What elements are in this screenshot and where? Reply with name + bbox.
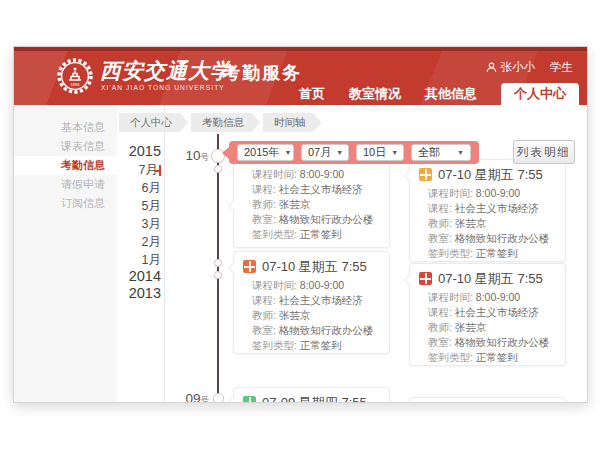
field-label: 签到类型: [252, 339, 300, 351]
sidebar-item-subscription-info[interactable]: 订阅信息: [14, 194, 117, 213]
column-divider: [164, 105, 165, 403]
year-filter-value: 2015年: [244, 145, 279, 160]
sidebar-item-attendance-info[interactable]: 考勤信息: [14, 156, 117, 175]
period-july[interactable]: 7月: [139, 162, 161, 179]
page-canvas: 1896 西安交通大学 XI'AN JIAO TONG UNIVERSITY 考…: [0, 0, 600, 450]
timeline-node-small: [214, 271, 222, 279]
month-filter-dropdown[interactable]: 07月 ▼: [301, 144, 349, 161]
field-value: 格物致知行政办公楼: [455, 232, 550, 244]
card-tail: [228, 262, 239, 273]
user-role: 学生: [550, 60, 573, 75]
field-label: 课程: [252, 294, 279, 306]
attendance-card[interactable]: 07-09 星期四 7:55: [233, 387, 390, 403]
attendance-card[interactable]: 课程时间8:00-9:00 课程社会主义市场经济 教师张芸京 教室格物致知行政办…: [233, 159, 390, 248]
period-june[interactable]: 6月: [142, 180, 161, 197]
period-2015[interactable]: 2015: [129, 143, 161, 159]
field-value: 8:00-9:00: [300, 168, 344, 180]
field-value: 正常签到: [300, 339, 342, 351]
field-value: 社会主义市场经济: [455, 306, 539, 318]
card-tail: [404, 170, 415, 181]
nav-tab-personal-center[interactable]: 个人中心: [501, 83, 579, 105]
field-label: 教师: [428, 217, 455, 229]
list-detail-button[interactable]: 列表明细: [513, 140, 575, 164]
period-2013[interactable]: 2013: [129, 285, 161, 301]
chevron-down-icon: ▼: [457, 149, 464, 156]
period-march[interactable]: 3月: [142, 216, 161, 233]
nav-tab-home[interactable]: 首页: [299, 83, 325, 105]
attendance-card[interactable]: [409, 397, 566, 403]
service-title: 考勤服务: [222, 61, 302, 85]
university-emblem-icon: 1896: [56, 57, 94, 95]
period-january[interactable]: 1月: [142, 252, 161, 269]
breadcrumb-attendance-info[interactable]: 考勤信息: [191, 113, 260, 132]
field-value: 张芸京: [455, 217, 487, 229]
timeline-axis: [217, 134, 219, 403]
field-label: 教师: [252, 309, 279, 321]
field-value: 8:00-9:00: [476, 291, 520, 303]
field-label: 签到类型: [252, 228, 300, 240]
field-value: 社会主义市场经济: [455, 202, 539, 214]
field-value: 正常签到: [476, 247, 518, 259]
attendance-type-icon: [243, 396, 256, 403]
breadcrumb-timeline[interactable]: 时间轴: [263, 113, 322, 132]
sidebar: 基本信息 课表信息 考勤信息 请假申请 订阅信息: [14, 105, 117, 403]
field-label: 课程时间: [428, 291, 476, 303]
day-marker-09: 09号: [169, 391, 209, 403]
sidebar-item-timetable-info[interactable]: 课表信息: [14, 137, 117, 156]
sidebar-item-basic-info[interactable]: 基本信息: [14, 118, 117, 137]
day-filter-value: 10日: [363, 145, 386, 160]
attendance-card[interactable]: 07-10 星期五 7:55 课程时间8:00-9:00 课程社会主义市场经济 …: [409, 159, 566, 262]
field-value: 社会主义市场经济: [279, 183, 363, 195]
period-february[interactable]: 2月: [142, 234, 161, 251]
timeline-period-list: 2015 7月 6月 5月 3月 2月 1月 2014 2013: [119, 47, 161, 403]
user-name: 张小小: [501, 60, 536, 75]
field-value: 格物致知行政办公楼: [279, 213, 374, 225]
field-value: 格物致知行政办公楼: [279, 324, 374, 336]
filter-bar: 2015年 ▼ 07月 ▼ 10日 ▼ 全部 ▼: [229, 141, 479, 164]
attendance-type-icon: [419, 272, 432, 285]
period-2014[interactable]: 2014: [129, 268, 161, 284]
day-marker-10: 10号: [169, 148, 209, 164]
field-value: 格物致知行政办公楼: [455, 336, 550, 348]
chevron-down-icon: ▼: [284, 149, 291, 156]
card-tail: [404, 274, 415, 285]
field-label: 课程时间: [252, 168, 300, 180]
nav-tab-classrooms[interactable]: 教室情况: [349, 83, 401, 105]
period-may[interactable]: 5月: [142, 198, 161, 215]
type-filter-dropdown[interactable]: 全部 ▼: [411, 144, 471, 161]
person-icon: [486, 62, 497, 73]
year-filter-dropdown[interactable]: 2015年 ▼: [237, 144, 294, 161]
card-tail: [228, 396, 239, 403]
field-value: 社会主义市场经济: [279, 294, 363, 306]
svg-text:1896: 1896: [71, 82, 81, 87]
attendance-card[interactable]: 07-10 星期五 7:55 课程时间8:00-9:00 课程社会主义市场经济 …: [233, 251, 390, 354]
month-filter-value: 07月: [308, 145, 331, 160]
field-label: 课程: [252, 183, 279, 195]
timeline-node-small: [214, 165, 222, 173]
timeline-node-medium: [213, 393, 224, 403]
field-label: 课程时间: [428, 187, 476, 199]
field-value: 张芸京: [455, 321, 487, 333]
card-date-header: 07-10 星期五 7:55: [438, 270, 543, 288]
sidebar-item-leave-request[interactable]: 请假申请: [14, 175, 117, 194]
card-date-header: 07-10 星期五 7:55: [262, 258, 367, 276]
user-info[interactable]: 张小小 学生: [486, 60, 574, 75]
card-date-header: 07-10 星期五 7:55: [438, 166, 543, 184]
field-label: 签到类型: [428, 351, 476, 363]
field-value: 张芸京: [279, 309, 311, 321]
field-label: 教师: [252, 198, 279, 210]
card-date-header: 07-09 星期四 7:55: [262, 394, 367, 404]
card-tail: [228, 200, 239, 211]
day-filter-dropdown[interactable]: 10日 ▼: [356, 144, 404, 161]
field-label: 课程: [428, 306, 455, 318]
field-value: 正常签到: [300, 228, 342, 240]
field-label: 教室: [428, 232, 455, 244]
field-label: 签到类型: [428, 247, 476, 259]
attendance-card[interactable]: 07-10 星期五 7:55 课程时间8:00-9:00 课程社会主义市场经济 …: [409, 263, 566, 366]
nav-tab-other-info[interactable]: 其他信息: [425, 83, 477, 105]
chevron-down-icon: ▼: [336, 149, 343, 156]
field-value: 8:00-9:00: [476, 187, 520, 199]
timeline-node-small: [214, 259, 222, 267]
main-nav: 首页 教室情况 其他信息 个人中心: [299, 83, 579, 105]
attendance-type-icon: [243, 260, 256, 273]
